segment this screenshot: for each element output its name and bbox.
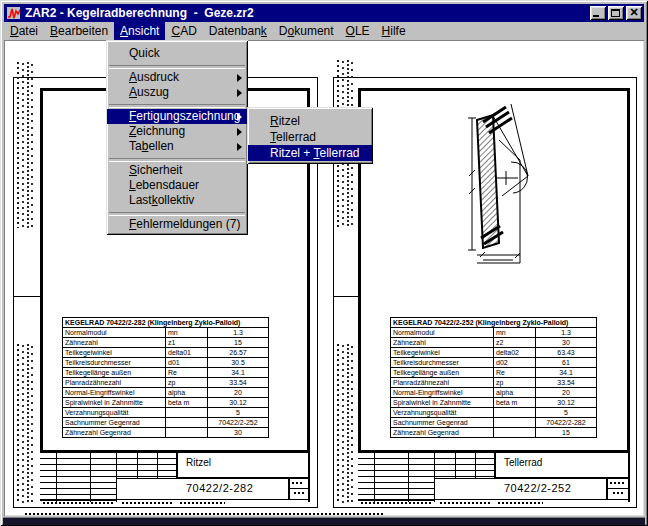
fertigungszeichnung-submenu: RitzelTellerradRitzel + Tellerrad: [247, 107, 373, 164]
param-symbol: [494, 428, 536, 438]
menu-item-tellerrad[interactable]: Tellerrad: [248, 129, 372, 145]
margin-divider: [333, 296, 360, 297]
table-row: Teilkreisdurchmesserd0130.5: [63, 358, 269, 368]
param-label: Teilkreisdurchmesser: [391, 358, 494, 368]
menu-bearbeiten[interactable]: Bearbeiten: [44, 22, 114, 40]
menu-datenbank[interactable]: Datenbank: [203, 22, 273, 40]
param-symbol: beta m: [166, 398, 208, 408]
submenu-arrow-icon: [237, 89, 242, 97]
menu-item-quick[interactable]: Quick: [107, 46, 247, 61]
param-symbol: mn: [166, 328, 208, 338]
param-label: Zähnezahl Gegenrad: [63, 428, 166, 438]
menu-item-auszug[interactable]: Auszug: [107, 85, 247, 100]
param-symbol: [494, 418, 536, 428]
maximize-icon[interactable]: [608, 6, 624, 20]
param-label: Verzahnungsqualität: [391, 408, 494, 418]
menu-separator: [107, 61, 247, 70]
param-value: 26.57: [208, 348, 269, 358]
table-row: Normalmodulmn1.3: [63, 328, 269, 338]
margin-divider: [13, 296, 40, 297]
title-bar[interactable]: ZAR2 - Kegelradberechnung - Geze.zr2 ✕: [4, 4, 644, 22]
table-row: Zähnezahl Gegenrad15: [391, 428, 597, 438]
signature-cells: [117, 453, 178, 479]
param-label: Verzahnungsqualität: [63, 408, 166, 418]
param-symbol: z1: [166, 338, 208, 348]
table-row: Spiralwinkel in Zahnmittebeta m30.12: [391, 398, 597, 408]
param-value: 5: [536, 408, 597, 418]
param-value: 70422/2-252: [208, 418, 269, 428]
menu-item-lastkollektiv[interactable]: Lastkollektiv: [107, 193, 247, 208]
param-label: Planradzähnezahl: [391, 378, 494, 388]
sheet-number-cells: [608, 479, 628, 499]
menu-item-fertigungszeichnung[interactable]: Fertigungszeichnung: [107, 109, 247, 124]
revision-table: [40, 453, 117, 502]
param-symbol: Re: [166, 368, 208, 378]
param-label: Teilkegellänge außen: [391, 368, 494, 378]
table-row: Teilkegelwinkeldelta0263.43: [391, 348, 597, 358]
menu-separator: [107, 208, 247, 217]
param-value: 30.5: [208, 358, 269, 368]
param-value: 30: [536, 338, 597, 348]
param-label: Teilkreisdurchmesser: [63, 358, 166, 368]
submenu-arrow-icon: [237, 143, 242, 151]
param-value: 15: [536, 428, 597, 438]
table-row: Spiralwinkel in Zahnmittebeta m30.12: [63, 398, 269, 408]
param-value: 34.1: [536, 368, 597, 378]
param-value: 20: [208, 388, 269, 398]
param-symbol: [166, 428, 208, 438]
table-title: KEGELRAD 70422/2-282 (Klingelnberg Zyklo…: [63, 318, 269, 328]
ansicht-dropdown: QuickAusdruckAuszugFertigungszeichnungZe…: [106, 40, 248, 235]
submenu-arrow-icon: [237, 113, 242, 121]
minimize-icon[interactable]: [590, 6, 606, 20]
table-row: Teilkegellänge außenRe34.1: [63, 368, 269, 378]
menu-item-ritzel[interactable]: Ritzel: [248, 113, 372, 129]
param-value: 1.3: [536, 328, 597, 338]
table-row: Zähnezahl Gegenrad30: [63, 428, 269, 438]
menu-datei[interactable]: Datei: [4, 22, 44, 40]
table-row: Sachnummer Gegenrad70422/2-252: [63, 418, 269, 428]
table-row: Teilkreisdurchmesserd0261: [391, 358, 597, 368]
table-row: Zähnezahlz115: [63, 338, 269, 348]
signature-cells: [435, 453, 496, 479]
param-label: Teilkegelwinkel: [63, 348, 166, 358]
menu-ole[interactable]: OLE: [340, 22, 376, 40]
menu-hilfe[interactable]: Hilfe: [376, 22, 412, 40]
param-symbol: zp: [494, 378, 536, 388]
param-symbol: [166, 418, 208, 428]
menu-item-tabellen[interactable]: Tabellen: [107, 139, 247, 154]
table-title: KEGELRAD 70422/2-252 (Klingelnberg Zyklo…: [391, 318, 597, 328]
table-row: Planradzähnezahlzp33.54: [391, 378, 597, 388]
table-row: Planradzähnezahlzp33.54: [63, 378, 269, 388]
gear-data-table-tellerrad: KEGELRAD 70422/2-252 (Klingelnberg Zyklo…: [390, 317, 597, 438]
param-symbol: delta02: [494, 348, 536, 358]
part-name: Tellerrad: [496, 453, 628, 479]
param-value: 33.54: [208, 378, 269, 388]
param-symbol: beta m: [494, 398, 536, 408]
param-symbol: [494, 408, 536, 418]
menu-item-sicherheit[interactable]: Sicherheit: [107, 163, 247, 178]
menu-item-fehlermeldungen-7[interactable]: Fehlermeldungen (7): [107, 217, 247, 232]
menu-item-ausdruck[interactable]: Ausdruck: [107, 70, 247, 85]
sheet-number-cells: [290, 479, 308, 499]
menu-item-lebensdauer[interactable]: Lebensdauer: [107, 178, 247, 193]
menu-dokument[interactable]: Dokument: [273, 22, 340, 40]
table-row: Normal-Eingriffswinkelalpha20: [391, 388, 597, 398]
title-block-footer: [40, 499, 308, 505]
menu-cad[interactable]: CAD: [165, 22, 202, 40]
param-label: Teilkegelwinkel: [391, 348, 494, 358]
param-symbol: d01: [166, 358, 208, 368]
param-label: Planradzähnezahl: [63, 378, 166, 388]
param-symbol: d02: [494, 358, 536, 368]
menu-ansicht[interactable]: Ansicht: [114, 22, 165, 40]
table-row: Teilkegellänge außenRe34.1: [391, 368, 597, 378]
param-label: Teilkegellänge außen: [63, 368, 166, 378]
param-value: 34.1: [208, 368, 269, 378]
param-symbol: alpha: [494, 388, 536, 398]
drawing-number: 70422/2-252: [496, 479, 608, 499]
menu-item-ritzel-tellerrad[interactable]: Ritzel + Tellerrad: [248, 145, 372, 161]
table-row: Sachnummer Gegenrad70422/2-282: [391, 418, 597, 428]
menu-item-zeichnung[interactable]: Zeichnung: [107, 124, 247, 139]
close-icon[interactable]: ✕: [626, 6, 642, 20]
window-title: ZAR2 - Kegelradberechnung - Geze.zr2: [25, 6, 590, 20]
table-row: Verzahnungsqualität5: [391, 408, 597, 418]
